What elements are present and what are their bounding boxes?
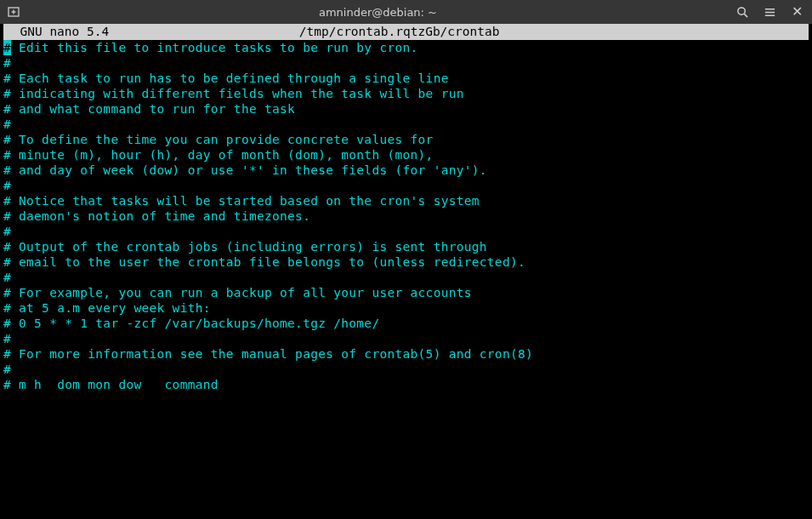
comment-hash: # (3, 331, 11, 346)
nano-app-name: GNU nano 5.4 (3, 24, 109, 40)
editor-line: # For more information see the manual pa… (3, 346, 809, 362)
window-title: amninder@debian: ~ (26, 6, 730, 19)
editor-line: # Edit this file to introduce tasks to b… (3, 40, 809, 55)
comment-hash: # (3, 362, 11, 377)
editor-line: # and day of week (dow) or use '*' in th… (3, 163, 809, 178)
comment-hash: # (3, 163, 11, 178)
editor-line: # and what command to run for the task (3, 101, 809, 117)
comment-hash: # (3, 239, 11, 254)
editor-line: # Output of the crontab jobs (including … (3, 239, 809, 254)
hamburger-menu-button[interactable] (758, 2, 781, 22)
editor-line: # minute (m), hour (h), day of month (do… (3, 147, 809, 163)
titlebar-right: ✕ (730, 2, 809, 22)
new-tab-button[interactable] (3, 3, 26, 21)
editor-line: # m h dom mon dow command (3, 377, 809, 392)
terminal-area[interactable]: GNU nano 5.4 /tmp/crontab.rqtzGb/crontab… (3, 24, 809, 392)
cursor: # (3, 40, 11, 55)
comment-hash: # (3, 101, 11, 117)
line-text: Edit this file to introduce tasks to be … (11, 40, 418, 55)
line-text: For more information see the manual page… (11, 346, 533, 362)
comment-hash: # (3, 270, 11, 285)
comment-hash: # (3, 208, 11, 224)
line-text: For example, you can run a backup of all… (11, 285, 472, 300)
comment-hash: # (3, 178, 11, 193)
window-titlebar: amninder@debian: ~ ✕ (0, 0, 812, 24)
editor-line: # (3, 55, 809, 71)
svg-line-4 (744, 14, 747, 17)
line-text: To define the time you can provide concr… (11, 132, 434, 147)
comment-hash: # (3, 147, 11, 163)
editor-line: # (3, 178, 809, 193)
comment-hash: # (3, 285, 11, 300)
line-text: minute (m), hour (h), day of month (dom)… (11, 147, 434, 163)
editor-line: # indicating with different fields when … (3, 86, 809, 101)
editor-line: # Notice that tasks will be started base… (3, 193, 809, 208)
comment-hash: # (3, 55, 11, 71)
comment-hash: # (3, 193, 11, 208)
editor-line: # (3, 331, 809, 346)
line-text: Each task to run has to be defined throu… (11, 71, 449, 86)
line-text: and what command to run for the task (11, 101, 295, 117)
line-text: 0 5 * * 1 tar -zcf /var/backups/home.tgz… (11, 316, 379, 331)
comment-hash: # (3, 71, 11, 86)
comment-hash: # (3, 117, 11, 132)
line-text: indicating with different fields when th… (11, 86, 464, 101)
nano-file-path: /tmp/crontab.rqtzGb/crontab (109, 24, 809, 40)
editor-line: # Each task to run has to be defined thr… (3, 71, 809, 86)
comment-hash: # (3, 346, 11, 362)
editor-content[interactable]: # Edit this file to introduce tasks to b… (3, 40, 809, 392)
editor-line: # email to the user the crontab file bel… (3, 254, 809, 270)
line-text: at 5 a.m every week with: (11, 300, 211, 316)
line-text: m h dom mon dow command (11, 377, 219, 392)
editor-line: # (3, 362, 809, 377)
editor-line: # daemon's notion of time and timezones. (3, 208, 809, 224)
editor-line: # (3, 270, 809, 285)
comment-hash: # (3, 132, 11, 147)
line-text: daemon's notion of time and timezones. (11, 208, 310, 224)
line-text: Notice that tasks will be started based … (11, 193, 480, 208)
editor-line: # at 5 a.m every week with: (3, 300, 809, 316)
line-text: email to the user the crontab file belon… (11, 254, 525, 270)
editor-line: # To define the time you can provide con… (3, 132, 809, 147)
comment-hash: # (3, 254, 11, 270)
titlebar-left (3, 3, 26, 21)
svg-point-3 (737, 7, 744, 14)
nano-header: GNU nano 5.4 /tmp/crontab.rqtzGb/crontab (3, 24, 809, 40)
comment-hash: # (3, 86, 11, 101)
comment-hash: # (3, 300, 11, 316)
line-text: and day of week (dow) or use '*' in thes… (11, 163, 487, 178)
editor-line: # (3, 117, 809, 132)
search-button[interactable] (730, 2, 754, 22)
comment-hash: # (3, 316, 11, 331)
close-button[interactable]: ✕ (785, 2, 809, 22)
editor-line: # For example, you can run a backup of a… (3, 285, 809, 300)
editor-line: # 0 5 * * 1 tar -zcf /var/backups/home.t… (3, 316, 809, 331)
comment-hash: # (3, 224, 11, 239)
line-text: Output of the crontab jobs (including er… (11, 239, 487, 254)
comment-hash: # (3, 377, 11, 392)
editor-line: # (3, 224, 809, 239)
